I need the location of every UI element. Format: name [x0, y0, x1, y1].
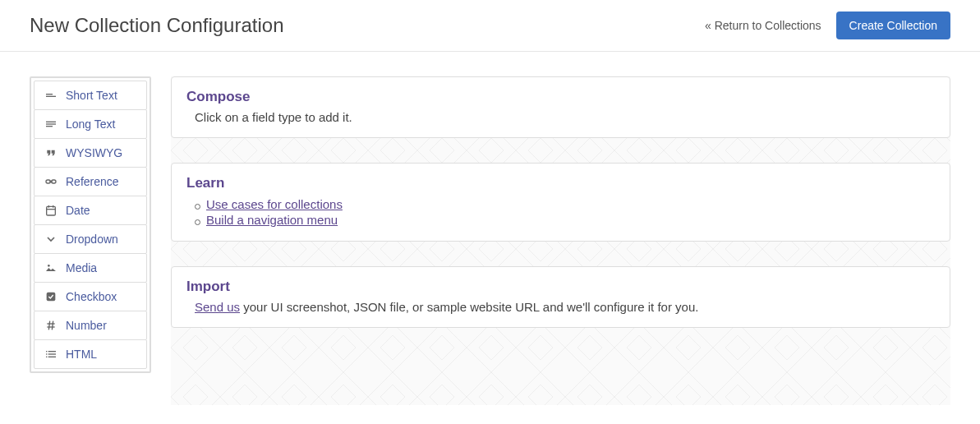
- field-date[interactable]: Date: [34, 196, 147, 225]
- svg-rect-18: [46, 351, 47, 352]
- learn-item: Use cases for collections: [206, 196, 935, 212]
- create-collection-button[interactable]: Create Collection: [836, 12, 950, 39]
- image-icon: [44, 261, 58, 274]
- field-short-text[interactable]: Short Text: [34, 81, 147, 110]
- svg-line-17: [52, 321, 53, 330]
- svg-rect-21: [48, 353, 56, 354]
- svg-rect-2: [46, 122, 56, 122]
- short-text-icon: [44, 89, 58, 102]
- hash-icon: [44, 319, 58, 332]
- field-label: Dropdown: [66, 233, 118, 246]
- svg-rect-19: [48, 351, 56, 352]
- field-wysiwyg[interactable]: WYSIWYG: [34, 138, 147, 168]
- svg-rect-23: [48, 357, 56, 357]
- quote-icon: [44, 146, 58, 159]
- svg-rect-20: [46, 353, 47, 354]
- send-us-link[interactable]: Send us: [195, 300, 240, 314]
- field-dropdown[interactable]: Dropdown: [34, 224, 147, 254]
- compose-text: Click on a field type to add it.: [186, 110, 935, 124]
- field-html[interactable]: HTML: [34, 339, 147, 369]
- field-label: Media: [66, 261, 97, 274]
- learn-title: Learn: [186, 175, 935, 191]
- return-link[interactable]: « Return to Collections: [705, 19, 821, 32]
- content-area: Compose Click on a field type to add it.…: [171, 76, 950, 405]
- import-text: Send us your UI screenshot, JSON file, o…: [186, 300, 935, 314]
- field-number[interactable]: Number: [34, 311, 147, 340]
- import-panel: Import Send us your UI screenshot, JSON …: [171, 266, 950, 328]
- field-checkbox[interactable]: Checkbox: [34, 282, 147, 311]
- learn-panel: Learn Use cases for collections Build a …: [171, 163, 950, 242]
- import-title: Import: [186, 279, 935, 295]
- field-label: HTML: [66, 348, 97, 361]
- field-label: WYSIWYG: [66, 146, 122, 159]
- header-actions: « Return to Collections Create Collectio…: [705, 12, 950, 39]
- field-label: Long Text: [66, 118, 115, 131]
- svg-line-16: [48, 321, 49, 330]
- long-text-icon: [44, 118, 58, 131]
- compose-title: Compose: [186, 89, 935, 105]
- svg-rect-13: [47, 293, 56, 302]
- compose-panel: Compose Click on a field type to add it.: [171, 76, 950, 138]
- field-label: Checkbox: [66, 290, 117, 303]
- svg-rect-1: [46, 96, 56, 97]
- chevron-down-icon: [44, 233, 58, 246]
- field-long-text[interactable]: Long Text: [34, 109, 147, 139]
- field-label: Reference: [66, 175, 119, 188]
- calendar-icon: [44, 204, 58, 217]
- list-icon: [44, 348, 58, 361]
- page-title: New Collection Configuration: [30, 14, 284, 37]
- svg-point-12: [48, 265, 50, 267]
- svg-rect-22: [46, 357, 47, 357]
- learn-link-use-cases[interactable]: Use cases for collections: [206, 197, 343, 211]
- field-reference[interactable]: Reference: [34, 167, 147, 196]
- link-icon: [44, 175, 58, 188]
- field-label: Number: [66, 319, 107, 332]
- svg-rect-0: [46, 94, 53, 94]
- import-rest-text: your UI screenshot, JSON file, or sample…: [240, 300, 698, 314]
- field-media[interactable]: Media: [34, 253, 147, 283]
- learn-item: Build a navigation menu: [206, 212, 935, 228]
- svg-rect-8: [47, 206, 56, 215]
- learn-link-nav-menu[interactable]: Build a navigation menu: [206, 213, 338, 227]
- svg-rect-4: [46, 126, 53, 127]
- svg-rect-3: [46, 123, 56, 124]
- field-label: Short Text: [66, 89, 117, 102]
- field-label: Date: [66, 204, 90, 217]
- checkbox-icon: [44, 290, 58, 303]
- field-type-sidebar: Short Text Long Text WYSIWYG Reference D…: [30, 76, 151, 373]
